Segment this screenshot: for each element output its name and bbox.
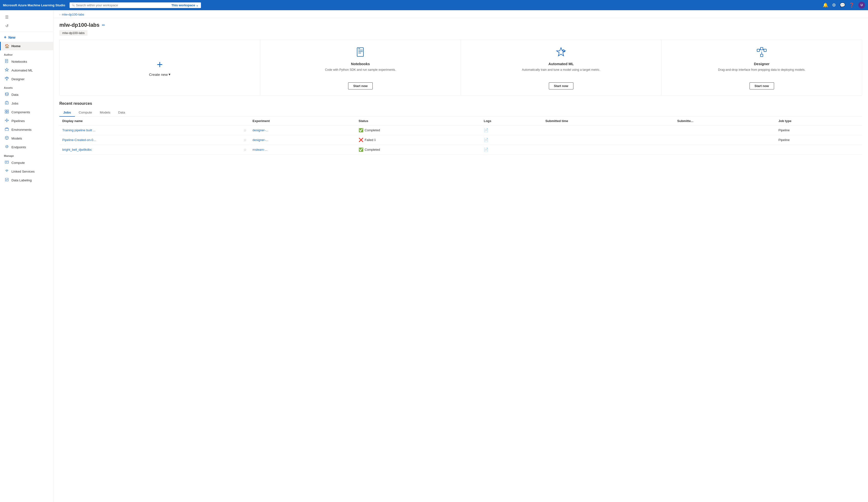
search-input[interactable]	[76, 3, 170, 7]
status-completed: ✅ Completed	[359, 147, 478, 152]
job-name-link-3[interactable]: bright_bell_djw8kdbc	[62, 148, 92, 151]
recent-resources-section: Recent resources Jobs Compute Models Dat…	[53, 101, 868, 155]
job-name-cell: Pipeline-Created-on-0...	[59, 135, 241, 145]
experiment-cell-3: mslearn-...	[250, 145, 356, 155]
job-name-cell: Training pipeline built ...	[59, 125, 241, 135]
breadcrumb-workspace[interactable]: mlw-dp100-labs	[62, 13, 84, 16]
status-cell-2: ❌ Failed ℹ	[356, 135, 481, 145]
status-failed: ❌ Failed ℹ	[359, 138, 478, 142]
breadcrumb: › mlw-dp100-labs	[53, 10, 868, 18]
models-icon	[4, 136, 9, 141]
sidebar-home-label: Home	[11, 44, 21, 48]
sidebar-item-environments[interactable]: Environments	[0, 125, 53, 134]
logs-icon[interactable]: 📄	[484, 148, 488, 152]
automated-ml-icon	[4, 68, 9, 73]
tab-jobs[interactable]: Jobs	[59, 109, 75, 117]
experiment-link-1[interactable]: designer-...	[252, 128, 268, 132]
star-icon[interactable]: ☆	[244, 148, 247, 152]
experiment-link-2[interactable]: designer-...	[252, 138, 268, 142]
sidebar-item-data[interactable]: Data	[0, 90, 53, 99]
chevron-down-icon: ▾	[168, 72, 170, 76]
tab-models[interactable]: Models	[96, 109, 114, 117]
col-job-type: Job type	[776, 117, 862, 125]
new-button[interactable]: + New	[0, 33, 53, 42]
svg-point-21	[8, 120, 9, 121]
search-icon	[72, 3, 74, 7]
linked-services-icon	[4, 169, 9, 174]
experiment-cell-2: designer-...	[250, 135, 356, 145]
sidebar-item-notebooks[interactable]: Notebooks	[0, 57, 53, 66]
app-layout: ☰ ↺ + New 🏠 Home Author Notebooks Automa…	[0, 10, 868, 502]
star-icon[interactable]: ☆	[244, 128, 247, 132]
star-icon[interactable]: ☆	[244, 138, 247, 142]
job-type-1: Pipeline	[776, 125, 862, 135]
sidebar-item-compute[interactable]: Compute	[0, 158, 53, 167]
job-type-3	[776, 145, 862, 155]
svg-point-29	[7, 146, 7, 147]
components-icon	[4, 109, 9, 115]
notebooks-card[interactable]: Notebooks Code with Python SDK and run s…	[260, 40, 461, 95]
automated-ml-card[interactable]: Automated ML Automatically train and tun…	[461, 40, 662, 95]
sidebar-item-pipelines[interactable]: Pipelines	[0, 116, 53, 125]
svg-point-11	[6, 93, 8, 94]
job-name-link-1[interactable]: Training pipeline built ...	[62, 128, 96, 132]
svg-rect-17	[5, 112, 7, 113]
logs-cell-2: 📄	[481, 135, 542, 145]
create-new-label: Create new ▾	[149, 72, 171, 76]
designer-card-icon	[756, 47, 767, 59]
logs-icon[interactable]: 📄	[484, 138, 488, 142]
user-avatar[interactable]: U	[858, 2, 865, 9]
designer-card[interactable]: Designer Drag-and-drop interface from pr…	[661, 40, 862, 95]
search-scope[interactable]: This workspace ⌄	[171, 3, 198, 7]
submitted-by-2	[674, 135, 776, 145]
automated-ml-start-btn[interactable]: Start now	[549, 82, 574, 90]
sidebar-item-data-labeling[interactable]: Data Labeling	[0, 176, 53, 185]
jobs-table: Display name Experiment Status Logs Subm…	[59, 117, 862, 155]
search-bar[interactable]: This workspace ⌄	[70, 2, 201, 8]
svg-rect-44	[761, 54, 763, 57]
edit-icon[interactable]: ✏	[102, 23, 105, 28]
sidebar-item-endpoints[interactable]: Endpoints	[0, 143, 53, 151]
star-cell-3: ☆	[241, 145, 250, 155]
logs-icon[interactable]: 📄	[484, 128, 488, 132]
sidebar-item-home[interactable]: 🏠 Home	[0, 42, 53, 50]
settings-icon[interactable]: ⚙	[832, 2, 836, 8]
svg-point-22	[7, 121, 7, 122]
sidebar-item-jobs[interactable]: Jobs	[0, 99, 53, 108]
main-content: › mlw-dp100-labs mlw-dp100-labs ✏ mlw-dp…	[53, 10, 868, 502]
hamburger-menu-icon[interactable]: ☰	[3, 13, 11, 21]
feedback-icon[interactable]: 💬	[840, 2, 845, 8]
sidebar-item-models[interactable]: Models	[0, 134, 53, 143]
svg-point-20	[7, 119, 7, 119]
submitted-time-1	[542, 125, 674, 135]
job-name-link-2[interactable]: Pipeline-Created-on-0...	[62, 138, 96, 142]
designer-start-btn[interactable]: Start now	[750, 82, 774, 90]
sidebar-item-linked-services[interactable]: Linked Services	[0, 167, 53, 176]
sidebar-item-automated-ml[interactable]: Automated ML	[0, 66, 53, 75]
page-title: mlw-dp100-labs	[59, 22, 100, 28]
info-icon[interactable]: ℹ	[374, 138, 375, 142]
compute-icon	[4, 160, 9, 165]
create-new-card[interactable]: + Create new ▾	[60, 40, 260, 95]
table-row: Pipeline-Created-on-0... ☆ designer-... …	[59, 135, 862, 145]
logs-cell-1: 📄	[481, 125, 542, 135]
tab-data[interactable]: Data	[114, 109, 129, 117]
experiment-link-3[interactable]: mslearn-...	[252, 148, 267, 151]
svg-rect-42	[761, 48, 763, 50]
sidebar-item-designer[interactable]: Designer	[0, 75, 53, 83]
tab-compute[interactable]: Compute	[75, 109, 96, 117]
svg-point-19	[5, 120, 6, 121]
submitted-time-2	[542, 135, 674, 145]
status-cell-3: ✅ Completed	[356, 145, 481, 155]
automated-ml-card-title: Automated ML	[548, 62, 574, 66]
sidebar-item-components[interactable]: Components	[0, 108, 53, 116]
plus-icon: +	[4, 35, 7, 40]
new-label: New	[9, 35, 16, 39]
help-icon[interactable]: ❓	[849, 2, 854, 8]
col-submitted-time: Submitted time	[542, 117, 674, 125]
submitted-by-3	[674, 145, 776, 155]
svg-line-9	[7, 77, 8, 78]
notification-icon[interactable]: 🔔	[823, 2, 828, 8]
notebooks-start-btn[interactable]: Start now	[348, 82, 373, 90]
back-icon[interactable]: ↺	[3, 22, 11, 30]
